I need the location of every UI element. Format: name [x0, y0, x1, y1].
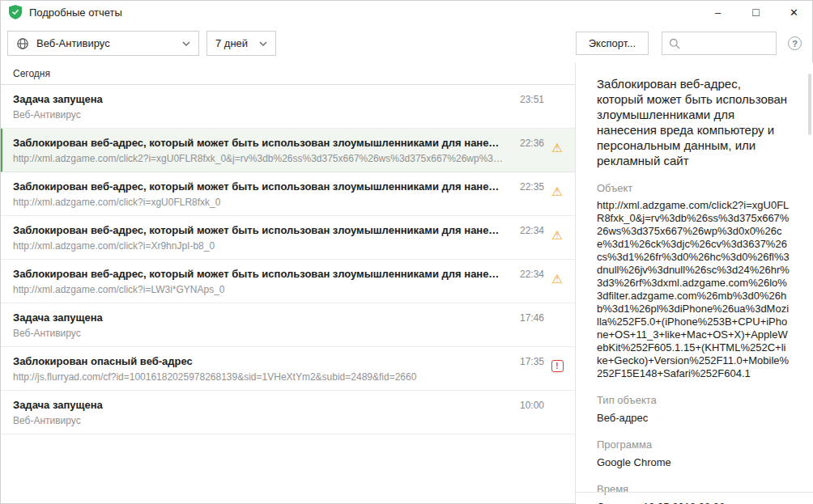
period-filter-label: 7 дней	[215, 37, 253, 49]
program-label: Программа	[597, 438, 790, 451]
object-type-value: Веб-адрес	[597, 411, 790, 425]
row-text: Задача запущена Веб-Антивирус	[13, 398, 512, 427]
report-row[interactable]: Заблокирован опасный веб-адрес http://js…	[0, 347, 575, 391]
report-row[interactable]: Заблокирован веб-адрес, который может бы…	[0, 172, 575, 216]
chevron-down-icon	[259, 41, 267, 46]
search-box[interactable]	[662, 32, 777, 55]
row-time: 22:34	[512, 224, 544, 238]
close-button[interactable]: ✕	[775, 0, 813, 24]
report-row[interactable]: Заблокирован веб-адрес, который может бы…	[0, 216, 575, 260]
row-subtitle: http://xml.adzgame.com/click?i=xgU0FLR8f…	[13, 197, 504, 209]
object-label: Объект	[597, 182, 790, 194]
row-time: 17:35	[512, 355, 544, 369]
program-value: Google Chrome	[597, 455, 790, 469]
row-subtitle: Веб-Антивирус	[13, 415, 504, 427]
row-subtitle: http://xml.adzgame.com/click?i=Xr9hnJpI-…	[13, 240, 504, 252]
detail-title: Заблокирован веб-адрес, который может бы…	[597, 76, 790, 168]
row-subtitle: http://xml.adzgame.com/click?i=LW3i*GYNA…	[13, 284, 504, 296]
row-title: Заблокирован веб-адрес, который может бы…	[13, 223, 504, 237]
row-text: Задача запущена Веб-Антивирус	[13, 92, 512, 121]
row-title: Заблокирован веб-адрес, который может бы…	[13, 136, 504, 150]
window-controls: – □ ✕	[699, 0, 813, 24]
row-title: Задача запущена	[13, 398, 504, 412]
row-time: 10:00	[512, 399, 544, 413]
chevron-down-icon	[182, 41, 190, 46]
warning-icon: ⚠	[551, 142, 562, 155]
help-button[interactable]: ?	[788, 36, 802, 50]
reports-window: { "window": { "title": "Подробные отчеты…	[0, 0, 813, 504]
row-time: 22:35	[512, 180, 544, 194]
row-icon-box: ⚠	[544, 273, 570, 286]
search-input[interactable]	[686, 37, 769, 49]
row-time: 22:36	[512, 137, 544, 150]
content: Сегодня Задача запущена Веб-Антивирус 23…	[0, 62, 813, 504]
detail-scrollbar[interactable]	[808, 74, 811, 135]
minimize-button[interactable]: –	[699, 0, 737, 24]
group-header: Сегодня	[0, 62, 575, 85]
row-icon-box: ⚠	[544, 229, 570, 242]
window-title: Подробные отчеты	[29, 6, 122, 19]
detail-pane: Заблокирован веб-адрес, который может бы…	[576, 62, 813, 504]
time-value: Сегодня, 19.05.2019 22:36	[597, 500, 790, 504]
row-subtitle: http://js.flurryad.com/cf?id=10016182025…	[13, 371, 504, 383]
shield-app-icon	[8, 5, 22, 19]
maximize-button[interactable]: □	[737, 0, 775, 24]
object-value: http://xml.adzgame.com/click2?i=xgU0FLR8…	[597, 199, 790, 380]
events-list-pane: Сегодня Задача запущена Веб-Антивирус 23…	[0, 62, 576, 504]
row-text: Заблокирован веб-адрес, который может бы…	[13, 223, 512, 252]
search-icon	[669, 38, 680, 49]
row-title: Задача запущена	[13, 92, 504, 106]
warning-icon: ⚠	[551, 185, 562, 198]
titlebar: Подробные отчеты – □ ✕	[0, 0, 813, 24]
row-title: Задача запущена	[13, 311, 504, 324]
component-filter-dropdown[interactable]: Веб-Антивирус	[7, 31, 199, 56]
period-filter-dropdown[interactable]: 7 дней	[206, 31, 276, 56]
row-icon-box: ⚠	[544, 142, 570, 155]
row-text: Заблокирован веб-адрес, который может бы…	[13, 267, 512, 296]
row-icon-box	[544, 360, 570, 372]
row-time: 23:51	[512, 93, 544, 107]
row-title: Заблокирован веб-адрес, который может бы…	[13, 180, 504, 193]
component-filter-label: Веб-Антивирус	[36, 37, 176, 49]
row-text: Заблокирован опасный веб-адрес http://js…	[13, 354, 512, 383]
row-icon-box: ⚠	[544, 185, 570, 198]
row-subtitle: http://xml.adzgame.com/click2?i=xgU0FLR8…	[13, 153, 504, 165]
row-title: Заблокирован веб-адрес, который может бы…	[13, 267, 504, 281]
row-text: Заблокирован веб-адрес, который может бы…	[13, 136, 512, 165]
row-title: Заблокирован опасный веб-адрес	[13, 354, 504, 368]
time-label: Время	[597, 483, 790, 495]
warning-icon: ⚠	[551, 273, 562, 286]
report-row-selected[interactable]: Заблокирован веб-адрес, который может бы…	[0, 129, 575, 172]
detail-bottom-divider	[576, 492, 813, 493]
export-button[interactable]: Экспорт...	[576, 32, 649, 55]
globe-icon	[16, 37, 29, 50]
toolbar: Веб-Антивирус 7 дней Экспорт... ?	[0, 24, 813, 62]
object-type-label: Тип объекта	[597, 394, 790, 406]
warning-icon: ⚠	[551, 229, 562, 242]
row-time: 17:46	[512, 311, 544, 325]
danger-exclamation-icon	[551, 360, 564, 372]
row-text: Задача запущена Веб-Антивирус	[13, 311, 512, 340]
report-row[interactable]: Заблокирован веб-адрес, который может бы…	[0, 260, 575, 303]
report-row[interactable]: Задача запущена Веб-Антивирус 10:00	[0, 391, 575, 434]
row-subtitle: Веб-Антивирус	[13, 328, 504, 340]
row-subtitle: Веб-Антивирус	[13, 109, 504, 121]
row-time: 22:34	[512, 268, 544, 282]
report-row[interactable]: Задача запущена Веб-Антивирус 17:46	[0, 303, 575, 347]
report-row[interactable]: Задача запущена Веб-Антивирус 23:51	[0, 85, 575, 129]
row-text: Заблокирован веб-адрес, который может бы…	[13, 180, 512, 209]
